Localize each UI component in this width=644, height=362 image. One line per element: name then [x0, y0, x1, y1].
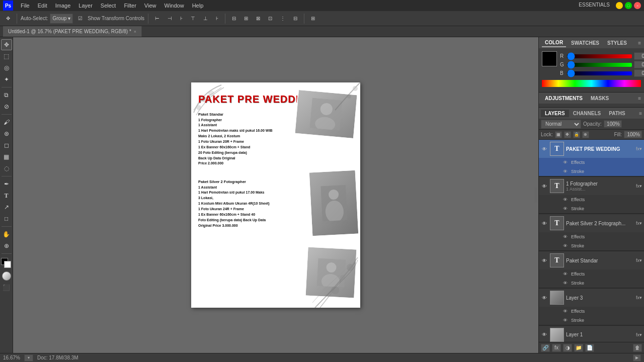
- menu-window[interactable]: Window: [161, 2, 188, 10]
- screen-mode-button[interactable]: ⬛: [1, 282, 12, 293]
- effect-eye-icon3[interactable]: 👁: [563, 234, 569, 239]
- effect-eye-stroke4-icon[interactable]: 👁: [563, 281, 569, 286]
- brush-tool[interactable]: 🖌: [1, 117, 12, 128]
- distribute-right-button[interactable]: ⊠: [253, 14, 263, 23]
- close-button[interactable]: ×: [634, 2, 641, 9]
- gradient-tool[interactable]: ▦: [1, 151, 12, 162]
- tab-styles[interactable]: STYLES: [604, 39, 630, 47]
- new-group-button[interactable]: 📁: [574, 344, 583, 352]
- layer-row[interactable]: 👁 T PAKET PRE WEDDING fx▾: [539, 140, 644, 158]
- move-tool[interactable]: ✥: [1, 39, 12, 50]
- document-tab[interactable]: Untitled-1 @ 16.7% (PAKET PRE WEDDING, R…: [3, 26, 142, 37]
- tab-layers[interactable]: LAYERS: [541, 110, 569, 117]
- foreground-color-swatch[interactable]: [542, 51, 557, 66]
- effect-eye-icon5[interactable]: 👁: [563, 309, 569, 314]
- distribute-middle-button[interactable]: ⋮: [277, 14, 288, 23]
- path-select-tool[interactable]: ↗: [1, 202, 12, 213]
- align-top-button[interactable]: ⊤: [188, 14, 198, 23]
- shape-tool[interactable]: □: [1, 213, 12, 224]
- menu-image[interactable]: Image: [52, 2, 74, 10]
- lock-all-button[interactable]: 🔒: [573, 131, 580, 138]
- adj-panel-expand[interactable]: ≡: [638, 96, 641, 101]
- tab-adjustments[interactable]: ADJUSTMENTS: [542, 95, 586, 102]
- layer-item[interactable]: 👁 T 1 Fotographer 1 Assist... fx▾ 👁 Effe…: [539, 177, 644, 214]
- move-tool-options[interactable]: ✥: [3, 14, 13, 23]
- layer-row[interactable]: 👁 T Paket Silver 2 Fotograph... fx▾: [539, 214, 644, 232]
- tab-swatches[interactable]: SWATCHES: [568, 39, 602, 47]
- add-style-button[interactable]: fx: [552, 344, 561, 352]
- quick-mask-button[interactable]: [2, 272, 11, 281]
- menu-filter[interactable]: Filter: [120, 2, 139, 10]
- layer-fx-layer1[interactable]: fx▾: [636, 332, 642, 337]
- layer-row[interactable]: 👁 Layer 3 fx▾: [539, 289, 644, 307]
- tab-paths[interactable]: PATHS: [605, 110, 629, 117]
- maximize-button[interactable]: □: [625, 2, 632, 9]
- hand-tool[interactable]: ✋: [1, 229, 12, 240]
- foreground-background-colors[interactable]: [1, 258, 12, 269]
- menu-layer[interactable]: Layer: [75, 2, 96, 10]
- dodge-tool[interactable]: ◌: [1, 163, 12, 174]
- green-slider[interactable]: [567, 63, 632, 67]
- layer-item[interactable]: 👁 Layer 1 fx▾: [539, 326, 644, 342]
- distribute-left-button[interactable]: ⊟: [229, 14, 239, 23]
- layer-fx-layer3[interactable]: fx▾: [636, 295, 642, 300]
- align-right-button[interactable]: ⊦: [177, 14, 186, 23]
- color-panel-expand[interactable]: ≡: [638, 40, 641, 46]
- auto-select-dropdown[interactable]: Group ▾: [50, 14, 73, 24]
- background-color[interactable]: [4, 261, 11, 268]
- align-bottom-button[interactable]: ⊦: [213, 14, 221, 23]
- menu-edit[interactable]: Edit: [34, 2, 51, 10]
- effect-eye-icon4[interactable]: 👁: [563, 272, 569, 277]
- zoom-info-button[interactable]: ▾: [24, 354, 33, 361]
- layer-item[interactable]: 👁 T Paket Standar fx▾ 👁 Effects: [539, 251, 644, 289]
- lock-extra-button[interactable]: ⊕: [582, 131, 589, 138]
- layer-eye-layer3[interactable]: 👁: [541, 294, 548, 301]
- effect-eye-icon[interactable]: 👁: [563, 160, 569, 165]
- menu-select[interactable]: Select: [97, 2, 120, 10]
- new-layer-button[interactable]: 📄: [585, 344, 594, 352]
- layer-fx-fotographer[interactable]: fx▾: [636, 184, 642, 189]
- distribute-center-button[interactable]: ⊞: [241, 14, 251, 23]
- effect-eye-stroke3-icon[interactable]: 👁: [563, 243, 569, 248]
- layer-eye-paket-pre-wedding[interactable]: 👁: [541, 145, 548, 152]
- clone-tool[interactable]: ⊛: [1, 128, 12, 139]
- text-tool[interactable]: T: [1, 190, 12, 201]
- tab-masks[interactable]: MASKS: [588, 95, 612, 102]
- crop-tool[interactable]: ⧉: [1, 89, 12, 101]
- lock-position-button[interactable]: ✥: [564, 131, 571, 138]
- extra-option[interactable]: ⊞: [308, 14, 318, 23]
- layer-eye-fotographer[interactable]: 👁: [541, 183, 548, 190]
- layer-eye-paket-standar[interactable]: 👁: [541, 257, 548, 264]
- magic-wand-tool[interactable]: ✦: [1, 74, 12, 85]
- menu-help[interactable]: Help: [189, 2, 207, 10]
- distribute-top-button[interactable]: ⊡: [265, 14, 275, 23]
- layer-fx-paket-silver[interactable]: fx▾: [636, 221, 642, 226]
- effect-eye-stroke2-icon[interactable]: 👁: [563, 206, 569, 211]
- align-left-button[interactable]: ⊢: [152, 14, 163, 23]
- menu-view[interactable]: View: [141, 2, 160, 10]
- lock-pixels-button[interactable]: ▦: [555, 131, 562, 138]
- eraser-tool[interactable]: ◻: [1, 140, 12, 151]
- layer-fx-paket-standar[interactable]: fx▾: [636, 258, 642, 263]
- red-slider[interactable]: [567, 54, 632, 58]
- marquee-tool[interactable]: ⬚: [1, 51, 12, 62]
- effect-eye-stroke-icon[interactable]: 👁: [563, 169, 569, 174]
- layer-fx-paket-pre-wedding[interactable]: fx▾: [636, 146, 642, 151]
- minimize-button[interactable]: –: [616, 2, 623, 9]
- layer-row[interactable]: 👁 T 1 Fotographer 1 Assist... fx▾: [539, 177, 644, 195]
- align-center-button[interactable]: ⊣: [165, 14, 175, 23]
- layer-item[interactable]: 👁 T PAKET PRE WEDDING fx▾ 👁 Effects: [539, 140, 644, 177]
- link-layers-button[interactable]: 🔗: [541, 344, 550, 352]
- color-spectrum-bar[interactable]: [542, 80, 641, 87]
- add-mask-button[interactable]: ◑: [563, 344, 572, 352]
- layers-panel-expand[interactable]: ≡: [639, 111, 642, 116]
- effect-eye-stroke5-icon[interactable]: 👁: [563, 318, 569, 323]
- blend-mode-dropdown[interactable]: Normal: [541, 120, 581, 129]
- arrange-button[interactable]: ⊟: [290, 14, 300, 23]
- status-expand-button[interactable]: ▶: [633, 354, 641, 361]
- eyedropper-tool[interactable]: ⊘: [1, 101, 12, 112]
- tab-channels[interactable]: CHANNELS: [569, 110, 605, 117]
- layer-item[interactable]: 👁 Layer 3 fx▾ 👁 Effects 👁: [539, 289, 644, 326]
- align-middle-button[interactable]: ⊥: [200, 14, 211, 23]
- show-transform-checkbox[interactable]: ☑: [75, 14, 86, 23]
